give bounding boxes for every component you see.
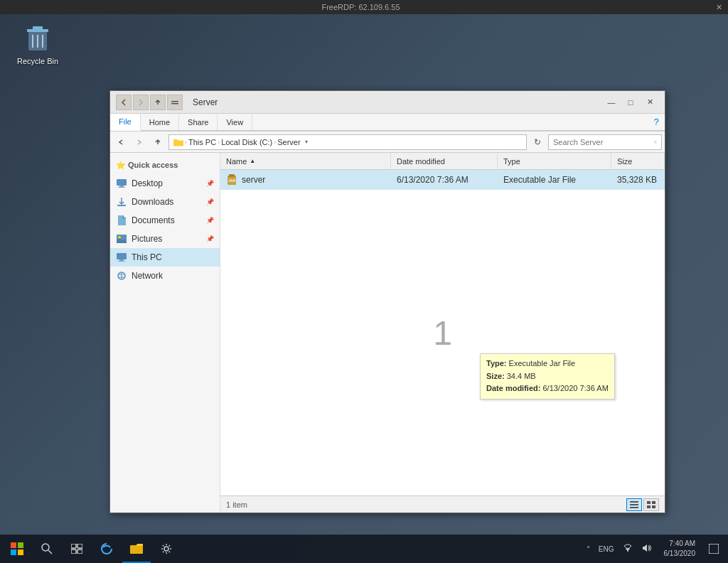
sidebar-item-this-pc[interactable]: This PC — [110, 248, 220, 267]
close-button[interactable]: ✕ — [641, 95, 659, 109]
svg-rect-26 — [630, 501, 638, 503]
nav-back-icon[interactable] — [116, 95, 132, 110]
recycle-bin-label: Recycle Bin — [17, 57, 58, 65]
systray-clock[interactable]: 7:40 AM 6/13/2020 — [658, 539, 702, 559]
taskbar-edge-button[interactable] — [92, 535, 121, 563]
systray-chevron[interactable]: ˄ — [584, 544, 593, 554]
recycle-bin-desktop-icon[interactable]: Recycle Bin — [13, 20, 63, 65]
sidebar: ⭐ Quick access Desktop 📌 Downloads 📌 — [110, 153, 220, 513]
freerdp-close-button[interactable]: ✕ — [716, 3, 722, 12]
quick-access-header: ⭐ Quick access — [110, 156, 220, 174]
addr-this-pc[interactable]: This PC — [188, 138, 216, 146]
tooltip-date-line: Date modified: 6/13/2020 7:36 AM — [486, 382, 609, 395]
maximize-button[interactable]: □ — [621, 95, 640, 109]
tab-view[interactable]: View — [218, 114, 252, 130]
tooltip-size-line: Size: 34.4 MB — [486, 370, 609, 383]
sort-indicator: ▲ — [250, 158, 255, 164]
taskbar-explorer-button[interactable] — [122, 535, 151, 563]
svg-rect-7 — [171, 103, 178, 104]
recycle-bin-icon — [21, 20, 55, 54]
tab-file[interactable]: File — [110, 114, 141, 131]
window-toolbar-icon[interactable] — [167, 95, 183, 110]
systray-volume-icon[interactable] — [638, 542, 654, 555]
network-icon — [116, 270, 127, 282]
addr-local-disk[interactable]: Local Disk (C:) — [221, 138, 272, 146]
explorer-body: ⭐ Quick access Desktop 📌 Downloads 📌 — [110, 153, 665, 513]
file-size: 35,328 KB — [617, 175, 657, 185]
address-bar: › This PC › Local Disk (C:) › Server ▾ ↻ — [110, 132, 665, 153]
sidebar-item-desktop[interactable]: Desktop 📌 — [110, 174, 220, 193]
help-icon[interactable]: ? — [648, 114, 665, 130]
nav-up-icon[interactable] — [150, 95, 166, 110]
addr-forward-button[interactable] — [132, 134, 147, 150]
status-bar: 1 item — [220, 495, 665, 513]
nav-forward-icon[interactable] — [133, 95, 149, 110]
addr-refresh-button[interactable]: ↻ — [530, 134, 545, 150]
file-tooltip: Type: Executable Jar File Size: 34.4 MB … — [480, 353, 615, 400]
svg-rect-39 — [71, 544, 76, 548]
addr-sep-1: › — [185, 139, 187, 146]
addr-server[interactable]: Server — [277, 138, 300, 146]
addr-sep-2: › — [218, 139, 220, 146]
svg-point-37 — [42, 544, 49, 551]
downloads-pin-icon: 📌 — [206, 198, 214, 205]
taskbar-search-button[interactable] — [33, 535, 61, 563]
tab-share[interactable]: Share — [179, 114, 218, 130]
minimize-button[interactable]: — — [602, 95, 621, 109]
svg-point-45 — [627, 550, 628, 552]
svg-rect-33 — [11, 542, 16, 548]
svg-point-8 — [654, 141, 656, 143]
window-nav-icons — [116, 95, 183, 110]
col-name-label: Name — [226, 157, 247, 166]
desktop-label: Desktop — [132, 178, 163, 188]
svg-rect-29 — [647, 501, 651, 504]
downloads-label: Downloads — [132, 197, 173, 207]
svg-rect-10 — [117, 179, 127, 186]
systray-keyboard-label: ENG — [599, 545, 614, 553]
col-size-label: Size — [617, 157, 632, 166]
addr-back-button[interactable] — [113, 134, 129, 150]
window-controls: — □ ✕ — [602, 95, 659, 109]
address-path[interactable]: › This PC › Local Disk (C:) › Server ▾ — [168, 134, 527, 150]
svg-rect-6 — [171, 101, 178, 102]
tab-home[interactable]: Home — [141, 114, 179, 130]
file-jar-icon: JAR — [226, 174, 237, 186]
addr-dropdown-icon[interactable]: ▾ — [301, 134, 312, 150]
sidebar-item-pictures[interactable]: Pictures 📌 — [110, 230, 220, 248]
freerdp-title: FreeRDP: 62.109.6.55 — [6, 3, 716, 11]
pictures-icon — [116, 233, 127, 245]
col-header-date[interactable]: Date modified — [391, 153, 498, 169]
systray-network-icon[interactable] — [620, 542, 636, 555]
svg-rect-42 — [77, 549, 82, 554]
view-toggle-buttons — [626, 498, 659, 511]
taskbar-settings-button[interactable] — [152, 535, 181, 563]
col-date-label: Date modified — [397, 157, 445, 166]
details-view-button[interactable] — [626, 498, 642, 511]
addr-up-button[interactable] — [150, 134, 166, 150]
status-count: 1 item — [226, 500, 247, 509]
svg-rect-16 — [117, 253, 127, 259]
clock-date: 6/13/2020 — [664, 549, 696, 559]
network-label: Network — [132, 271, 163, 281]
svg-rect-46 — [709, 544, 719, 554]
sidebar-item-downloads[interactable]: Downloads 📌 — [110, 193, 220, 211]
window-titlebar: Server — □ ✕ — [110, 91, 665, 114]
svg-text:JAR: JAR — [228, 178, 235, 183]
tiles-view-button[interactable] — [643, 498, 659, 511]
search-input[interactable] — [553, 138, 651, 146]
notification-button[interactable] — [702, 535, 725, 563]
sidebar-item-network[interactable]: Network — [110, 267, 220, 285]
systray-keyboard-icon[interactable]: ENG — [596, 544, 617, 554]
col-header-type[interactable]: Type — [498, 153, 611, 169]
file-type: Executable Jar File — [503, 175, 576, 185]
col-type-label: Type — [503, 157, 520, 166]
pictures-pin-icon: 📌 — [206, 235, 214, 242]
start-button[interactable] — [3, 535, 31, 563]
sidebar-item-documents[interactable]: Documents 📌 — [110, 211, 220, 230]
col-header-name[interactable]: Name ▲ — [220, 153, 391, 169]
file-count-number: 1 — [433, 313, 452, 353]
taskbar-task-view-button[interactable] — [63, 535, 91, 563]
col-header-size[interactable]: Size — [611, 153, 665, 169]
table-row[interactable]: JAR server 6/13/2020 7:36 AM Executable … — [220, 170, 665, 190]
svg-rect-30 — [652, 501, 655, 504]
